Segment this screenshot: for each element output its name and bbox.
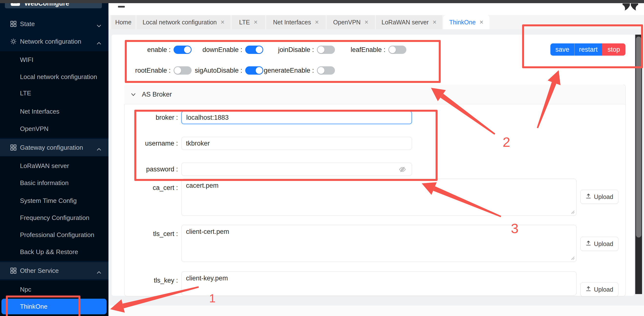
chevron-up-icon bbox=[96, 146, 102, 150]
sidebar-item-lte[interactable]: LTE bbox=[0, 84, 108, 102]
close-icon[interactable]: × bbox=[433, 19, 436, 26]
sidebar-item-system-time-config[interactable]: System Time Config bbox=[0, 192, 108, 209]
sidebar-item-openvpn[interactable]: OpenVPN bbox=[0, 120, 108, 137]
tls-key-textarea[interactable]: client-key.pem bbox=[181, 272, 576, 296]
sidebar-item-gateway-configuration[interactable]: Gateway configuration bbox=[0, 139, 108, 156]
tab-label: Net Interfaces bbox=[273, 19, 311, 26]
tab-openvpn[interactable]: OpenVPN × bbox=[327, 15, 375, 29]
upload-icon bbox=[586, 240, 591, 248]
sidebar-item-label: State bbox=[20, 15, 35, 32]
ca-cert-label: ca_cert : bbox=[117, 184, 178, 192]
tab-lte[interactable]: LTE × bbox=[232, 15, 265, 29]
annotation-number-1: 1 bbox=[209, 292, 216, 305]
annotation-box-broker-fields bbox=[134, 110, 438, 181]
grid-icon bbox=[10, 21, 16, 27]
grid-icon bbox=[10, 144, 16, 151]
annotation-box-toggles bbox=[125, 40, 441, 83]
sidebar-item-label: Basic information bbox=[20, 174, 68, 192]
sidebar-item-label: WIFI bbox=[20, 51, 34, 68]
close-icon[interactable]: × bbox=[364, 19, 368, 26]
annotation-box-thinkone bbox=[6, 296, 80, 316]
tab-thinkone[interactable]: ThinkOne × bbox=[443, 15, 490, 29]
ca-cert-upload-button[interactable]: Upload bbox=[580, 190, 618, 204]
sidebar-item-local-network-configuration[interactable]: Local network configuration bbox=[0, 68, 108, 85]
upload-label: Upload bbox=[594, 193, 613, 200]
upload-label: Upload bbox=[594, 240, 613, 248]
tab-label: Local network configuration bbox=[142, 19, 217, 26]
tls-cert-label: tls_cert : bbox=[117, 230, 178, 238]
sidebar-item-label: Frequency Configuration bbox=[20, 209, 90, 226]
sidebar-item-label: Back Up && Restore bbox=[20, 243, 78, 260]
sidebar: ••• WebConfigure State Network configura… bbox=[0, 0, 108, 316]
app-root: ••• WebConfigure State Network configura… bbox=[0, 0, 644, 316]
as-broker-panel-header[interactable] bbox=[124, 84, 625, 104]
sidebar-item-label: OpenVPN bbox=[20, 120, 48, 137]
user-icon bbox=[631, 4, 638, 10]
chevron-up-icon bbox=[96, 40, 102, 44]
collapse-chevron-icon[interactable] bbox=[130, 92, 136, 98]
tab-label: LoRaWAN server bbox=[382, 19, 429, 26]
annotation-box-actions bbox=[522, 24, 643, 68]
sidebar-item-label: LTE bbox=[20, 84, 31, 102]
header-icons[interactable] bbox=[620, 2, 640, 13]
gear-icon bbox=[10, 38, 16, 44]
sidebar-item-frequency-configuration[interactable]: Frequency Configuration bbox=[0, 209, 108, 226]
sidebar-item-label: Network configuration bbox=[20, 33, 81, 50]
close-icon[interactable]: × bbox=[254, 19, 258, 26]
sidebar-item-wifi[interactable]: WIFI bbox=[0, 51, 108, 68]
panel-title: AS Broker bbox=[142, 84, 172, 104]
tab-lorawan-server[interactable]: LoRaWAN server × bbox=[376, 15, 442, 29]
upload-label: Upload bbox=[594, 286, 613, 293]
tls-key-upload-button[interactable]: Upload bbox=[580, 282, 618, 296]
sidebar-item-label: Net Interfaces bbox=[20, 103, 60, 120]
sidebar-item-lorawan-server[interactable]: LoRaWAN server bbox=[0, 157, 108, 174]
annotation-number-3: 3 bbox=[511, 220, 518, 236]
tls-cert-upload-button[interactable]: Upload bbox=[580, 237, 618, 251]
sidebar-item-network-configuration[interactable]: Network configuration bbox=[0, 33, 108, 50]
sidebar-item-backup-restore[interactable]: Back Up && Restore bbox=[0, 243, 108, 260]
hamburger-menu-icon[interactable] bbox=[118, 6, 125, 8]
tab-net-interfaces[interactable]: Net Interfaces × bbox=[266, 15, 326, 29]
upload-icon bbox=[586, 193, 591, 200]
ca-cert-textarea[interactable]: cacert.pem bbox=[181, 179, 576, 216]
notification-icon bbox=[622, 4, 630, 10]
top-strip bbox=[0, 0, 644, 3]
tls-key-label: tls_key : bbox=[117, 276, 178, 284]
sidebar-item-other-service[interactable]: Other Service bbox=[0, 262, 108, 279]
tab-label: LTE bbox=[239, 19, 250, 26]
annotation-number-2: 2 bbox=[502, 134, 510, 150]
next-section-strip bbox=[108, 306, 644, 316]
sidebar-item-label: Professional Configuration bbox=[20, 226, 94, 243]
sidebar-item-state[interactable]: State bbox=[0, 15, 108, 32]
resize-handle-icon[interactable] bbox=[570, 210, 575, 215]
tab-home[interactable]: Home bbox=[111, 15, 136, 29]
sidebar-item-label: Gateway configuration bbox=[20, 139, 83, 156]
close-icon[interactable]: × bbox=[480, 19, 483, 26]
sidebar-item-basic-information[interactable]: Basic information bbox=[0, 174, 108, 192]
tab-label: Home bbox=[115, 19, 132, 26]
chevron-up-icon bbox=[96, 269, 102, 272]
grid-icon bbox=[10, 268, 16, 274]
close-icon[interactable]: × bbox=[220, 19, 224, 26]
chevron-down-icon bbox=[96, 22, 102, 26]
resize-handle-icon[interactable] bbox=[570, 256, 575, 261]
sidebar-item-professional-configuration[interactable]: Professional Configuration bbox=[0, 226, 108, 243]
close-icon[interactable]: × bbox=[315, 19, 319, 26]
tab-label: OpenVPN bbox=[333, 19, 361, 26]
sidebar-item-label: System Time Config bbox=[20, 192, 77, 209]
upload-icon bbox=[586, 286, 591, 293]
sidebar-item-label: LoRaWAN server bbox=[20, 157, 69, 174]
sidebar-item-label: Other Service bbox=[20, 262, 59, 279]
tab-label: ThinkOne bbox=[449, 19, 476, 26]
sidebar-item-net-interfaces[interactable]: Net Interfaces bbox=[0, 103, 108, 120]
tab-local-network-configuration[interactable]: Local network configuration × bbox=[136, 15, 230, 29]
sidebar-item-label: Local network configuration bbox=[20, 68, 97, 85]
